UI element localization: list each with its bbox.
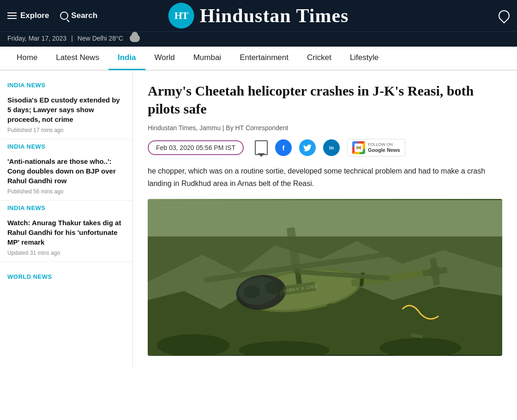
- article-title: Army's Cheetah helicopter crashes in J-K…: [148, 82, 502, 118]
- main-layout: INDIA NEWS Sisodia's ED custody extended…: [0, 71, 517, 367]
- search-button[interactable]: Search: [60, 11, 97, 20]
- sidebar-time-1: Published 17 mins ago: [7, 127, 125, 133]
- nav-home[interactable]: Home: [7, 46, 47, 70]
- svg-point-7: [157, 334, 230, 356]
- google-news-text: FOLLOW ON Google News: [368, 142, 400, 153]
- top-bar: Explore Search HT Hindustan Times: [0, 0, 517, 31]
- sidebar-section-label-1: INDIA NEWS: [0, 78, 132, 90]
- sidebar-article-title-3[interactable]: Watch: Anurag Thakur takes dig at Rahul …: [7, 218, 125, 247]
- sidebar-article-title-1[interactable]: Sisodia's ED custody extended by 5 days;…: [7, 95, 125, 124]
- date-bar: Friday, Mar 17, 2023 | New Delhi 28°C: [0, 31, 517, 47]
- explore-button[interactable]: Explore: [7, 11, 49, 20]
- nav-entertainment[interactable]: Entertainment: [230, 46, 298, 70]
- location-text: New Delhi 28°C: [78, 35, 123, 42]
- article-content: Army's Cheetah helicopter crashes in J-K…: [133, 71, 517, 367]
- article-body: he chopper, which was on a routine sorti…: [148, 165, 502, 190]
- sidebar-section-label-4: WORLD NEWS: [0, 270, 132, 282]
- top-bar-left: Explore Search: [7, 11, 97, 20]
- search-label: Search: [71, 11, 97, 20]
- sidebar-section-label-2: INDIA NEWS: [0, 139, 132, 152]
- sidebar-article-3: Watch: Anurag Thakur takes dig at Rahul …: [0, 213, 132, 262]
- nav-india[interactable]: India: [108, 46, 145, 70]
- location-icon: [496, 8, 512, 24]
- date-text: Friday, Mar 17, 2023: [7, 35, 66, 42]
- nav-bar: Home Latest News India World Mumbai Ente…: [0, 47, 517, 71]
- helicopter-svg: COBS K. B. CREE: [148, 199, 502, 356]
- google-news-logo: [352, 141, 365, 154]
- search-icon: [60, 12, 68, 20]
- article-meta-row: Feb 03, 2020 05:56 PM IST f in: [148, 139, 502, 156]
- ht-logo[interactable]: HT: [168, 3, 194, 29]
- linkedin-share-button[interactable]: in: [323, 139, 340, 156]
- sidebar-article-title-2[interactable]: 'Anti-nationals are those who..': Cong d…: [7, 156, 125, 186]
- sidebar: INDIA NEWS Sisodia's ED custody extended…: [0, 71, 133, 367]
- site-title[interactable]: Hindustan Times: [200, 5, 349, 27]
- separator: |: [71, 35, 73, 42]
- explore-label: Explore: [20, 11, 49, 20]
- hamburger-icon: [7, 12, 17, 19]
- google-news-label: Google News: [368, 147, 400, 153]
- article-byline: Hindustan Times, Jammu | By HT Correspon…: [148, 124, 502, 132]
- sidebar-article-1: Sisodia's ED custody extended by 5 days;…: [0, 90, 132, 139]
- nav-cricket[interactable]: Cricket: [298, 46, 341, 70]
- sidebar-section-label-3: INDIA NEWS: [0, 201, 132, 213]
- svg-rect-4: [148, 200, 502, 237]
- article-date-pill: Feb 03, 2020 05:56 PM IST: [148, 140, 244, 155]
- nav-world[interactable]: World: [145, 46, 184, 70]
- twitter-share-button[interactable]: [299, 139, 316, 156]
- sidebar-time-2: Published 56 mins ago: [7, 188, 125, 195]
- ht-initials: HT: [174, 10, 188, 22]
- bookmark-button[interactable]: [255, 140, 268, 155]
- logo-center: HT Hindustan Times: [168, 3, 349, 29]
- facebook-share-button[interactable]: f: [275, 139, 292, 156]
- nav-lifestyle[interactable]: Lifestyle: [341, 46, 388, 70]
- top-bar-right: [499, 10, 510, 21]
- article-image: COBS K. B. CREE: [148, 199, 502, 356]
- svg-point-2: [358, 147, 360, 149]
- follow-on-label: FOLLOW ON: [368, 142, 400, 147]
- sidebar-time-3: Updated 31 mins ago: [7, 250, 125, 256]
- google-news-follow-button[interactable]: FOLLOW ON Google News: [347, 139, 405, 156]
- nav-mumbai[interactable]: Mumbai: [184, 46, 230, 70]
- nav-latest-news[interactable]: Latest News: [47, 46, 108, 70]
- weather-icon: [130, 35, 140, 42]
- sidebar-article-2: 'Anti-nationals are those who..': Cong d…: [0, 152, 132, 201]
- twitter-icon: [303, 144, 312, 151]
